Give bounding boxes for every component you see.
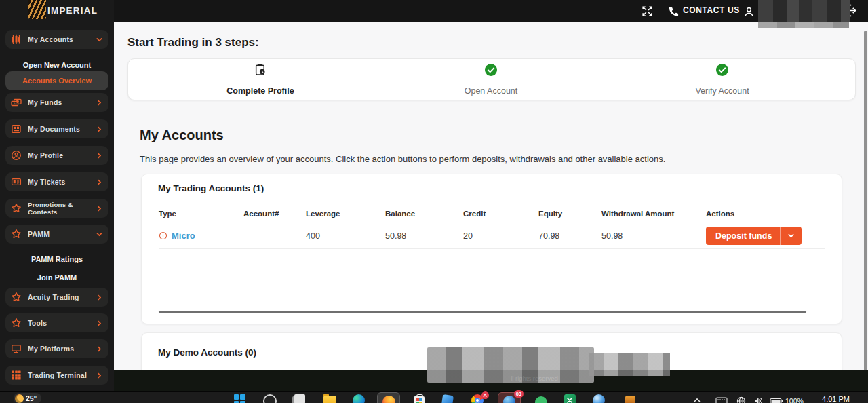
sidebar-item-my-accounts[interactable]: My Accounts bbox=[5, 30, 108, 49]
info-icon[interactable] bbox=[159, 231, 167, 240]
contact-us-button[interactable]: CONTACT US bbox=[683, 0, 740, 22]
table-row: Micro 400 50.98 20 70.98 50.98 Deposit f… bbox=[159, 223, 825, 249]
file-explorer-icon[interactable] bbox=[321, 394, 338, 403]
stepper-card: Complete Profile Open Account Verify Acc… bbox=[127, 58, 856, 100]
sidebar-item-label: Acuity Trading bbox=[28, 293, 79, 301]
sidebar-item-my-funds[interactable]: My Funds bbox=[5, 93, 108, 112]
check-circle-icon bbox=[715, 63, 729, 77]
sidebar-item-pamm[interactable]: PAMM bbox=[5, 225, 108, 244]
account-type-link[interactable]: Micro bbox=[172, 231, 195, 241]
banknotes-icon bbox=[11, 97, 22, 108]
sidebar-item-label: My Platforms bbox=[28, 345, 74, 353]
page-title: My Accounts bbox=[140, 128, 224, 143]
user-icon bbox=[743, 6, 755, 18]
firefox-icon[interactable] bbox=[377, 392, 400, 403]
sidebar-item-label: My Funds bbox=[28, 98, 62, 107]
task-view-icon[interactable] bbox=[292, 394, 308, 403]
chevron-right-icon bbox=[96, 294, 103, 301]
vertical-scrollbar[interactable] bbox=[864, 31, 867, 390]
notification-app-icon[interactable]: 03 bbox=[498, 392, 521, 403]
start-trading-heading: Start Trading in 3 steps: bbox=[127, 36, 259, 50]
keyboard-icon[interactable] bbox=[715, 397, 728, 403]
chrome-icon[interactable]: A bbox=[469, 394, 486, 403]
windows-start-icon[interactable] bbox=[231, 394, 248, 403]
trading-accounts-card: My Trading Accounts (1) Type Account# Le… bbox=[141, 174, 842, 324]
sidebar-item-pamm-ratings[interactable]: PAMM Ratings bbox=[5, 250, 108, 268]
demo-accounts-title: My Demo Accounts (0) bbox=[158, 347, 256, 358]
chevron-right-icon bbox=[96, 152, 103, 159]
star-icon bbox=[11, 318, 22, 328]
documents-icon bbox=[11, 123, 22, 134]
star-icon bbox=[11, 229, 22, 239]
deposit-funds-button[interactable]: Deposit funds bbox=[706, 227, 802, 245]
chevron-right-icon bbox=[96, 178, 103, 186]
sidebar-item-accounts-overview[interactable]: Accounts Overview bbox=[5, 71, 108, 90]
col-withdrawal: Withdrawal Amount bbox=[601, 210, 706, 218]
sidebar-item-label: My Accounts bbox=[28, 35, 73, 43]
step-complete-profile: Complete Profile bbox=[226, 86, 294, 96]
network-icon[interactable] bbox=[736, 396, 746, 403]
equity-cell: 70.98 bbox=[538, 231, 601, 241]
watermark-redacted bbox=[427, 347, 594, 383]
sidebar-item-my-profile[interactable]: My Profile bbox=[5, 146, 108, 165]
browser-sphere-icon[interactable] bbox=[591, 394, 607, 403]
trading-accounts-table: Type Account# Leverage Balance Credit Eq… bbox=[159, 204, 825, 249]
watermark-redacted bbox=[589, 353, 670, 376]
step-open-account: Open Account bbox=[465, 86, 518, 96]
excel-icon[interactable] bbox=[561, 394, 578, 403]
sidebar-item-label: PAMM bbox=[28, 230, 50, 238]
username-redacted bbox=[758, 0, 850, 22]
utility-app-icon[interactable] bbox=[622, 394, 638, 403]
gem-app-icon[interactable] bbox=[439, 394, 456, 403]
sidebar-item-my-platforms[interactable]: My Platforms bbox=[5, 339, 108, 358]
horizontal-scrollbar[interactable] bbox=[159, 311, 806, 313]
sidebar-item-label: My Profile bbox=[28, 151, 63, 159]
deposit-funds-label: Deposit funds bbox=[706, 231, 780, 241]
col-account: Account# bbox=[243, 210, 306, 218]
sidebar-item-label: My Tickets bbox=[28, 178, 66, 186]
sidebar-item-my-documents[interactable]: My Documents bbox=[5, 119, 108, 138]
chevron-down-icon[interactable] bbox=[781, 232, 802, 239]
sidebar-item-tools[interactable]: Tools bbox=[5, 313, 108, 332]
col-credit: Credit bbox=[463, 210, 538, 218]
phone-icon bbox=[668, 6, 679, 18]
sidebar-item-label: Tools bbox=[28, 319, 47, 327]
fullscreen-icon[interactable] bbox=[642, 5, 653, 17]
battery-percent-label: 100% bbox=[785, 397, 804, 403]
star-icon bbox=[11, 203, 22, 214]
col-balance: Balance bbox=[385, 210, 463, 218]
check-circle-icon bbox=[484, 63, 498, 77]
clock-label[interactable]: 4:01 PM bbox=[822, 395, 850, 403]
account-type-cell: Micro bbox=[159, 231, 243, 241]
chevron-right-icon bbox=[96, 99, 103, 107]
search-icon[interactable] bbox=[262, 394, 278, 403]
chevron-right-icon bbox=[96, 345, 103, 353]
app-badge: 03 bbox=[514, 390, 524, 398]
chevron-down-icon bbox=[96, 231, 103, 238]
volume-icon[interactable] bbox=[753, 396, 763, 403]
android-icon[interactable] bbox=[533, 394, 549, 403]
weather-widget[interactable]: 25° bbox=[14, 393, 41, 403]
sidebar-item-label: Promotions & Contests bbox=[28, 201, 90, 216]
main-content: Start Trading in 3 steps: Complete Profi… bbox=[114, 22, 868, 391]
tray-expand-icon[interactable] bbox=[693, 396, 701, 403]
sidebar-item-my-tickets[interactable]: My Tickets bbox=[5, 172, 108, 191]
sidebar-item-label: My Documents bbox=[28, 125, 80, 133]
sidebar-item-join-pamm[interactable]: Join PAMM bbox=[5, 269, 108, 286]
chevron-right-icon bbox=[96, 205, 103, 212]
edge-icon[interactable] bbox=[351, 394, 367, 403]
sidebar-item-acuity-trading[interactable]: Acuity Trading bbox=[5, 288, 108, 307]
chevron-right-icon bbox=[96, 126, 103, 133]
screen: CONTACT US IMPERIAL My Accounts Open New… bbox=[0, 0, 868, 403]
col-actions: Actions bbox=[706, 210, 825, 218]
col-type: Type bbox=[159, 210, 243, 218]
microsoft-store-icon[interactable] bbox=[411, 394, 427, 403]
leverage-cell: 400 bbox=[306, 231, 385, 241]
header-bar: CONTACT US bbox=[0, 0, 868, 22]
withdrawal-amount-cell: 50.98 bbox=[601, 231, 706, 241]
battery-icon[interactable] bbox=[770, 398, 783, 403]
table-header-row: Type Account# Leverage Balance Credit Eq… bbox=[159, 204, 825, 223]
sidebar-item-promotions-contests[interactable]: Promotions & Contests bbox=[5, 199, 108, 218]
sidebar-item-trading-terminal[interactable]: Trading Terminal bbox=[5, 366, 108, 385]
temperature-label: 25° bbox=[26, 394, 37, 402]
